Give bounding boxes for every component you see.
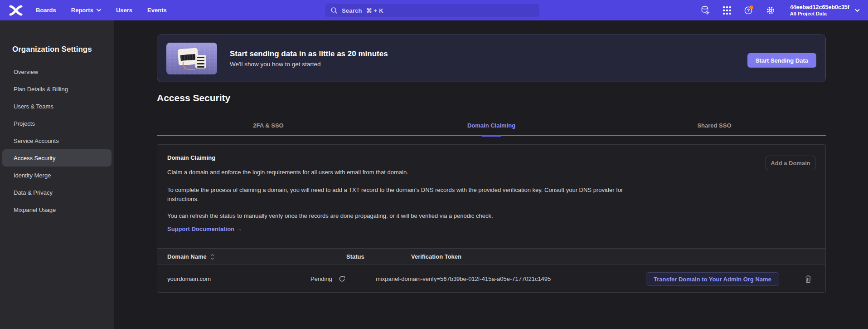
column-header-verification-token: Verification Token [411, 249, 461, 265]
domain-claiming-instructions: To complete the process of claiming a do… [167, 186, 656, 204]
refresh-status-icon[interactable] [339, 275, 345, 282]
account-project: All Project Data [790, 10, 849, 17]
help-icon[interactable]: ? [744, 5, 754, 15]
top-navigation: Boards Reports Users Events Search ⌘ + K [0, 0, 868, 20]
support-documentation-link[interactable]: Support Documentation → [167, 226, 242, 232]
sidebar-item-service-accounts[interactable]: Service Accounts [2, 132, 112, 149]
sidebar-item-access-security[interactable]: Access Security [2, 149, 112, 167]
column-header-domain-name[interactable]: Domain Name [167, 249, 214, 265]
data-management-icon[interactable] [700, 5, 710, 15]
domain-claiming-card: Domain Claiming Add a Domain Claim a dom… [157, 144, 826, 293]
nav-right-cluster: ? 44eebad12c65eb0c35f All Project Data [700, 0, 860, 20]
access-security-tabs: 2FA & SSO Domain Claiming Shared SSO [157, 117, 826, 136]
banner-title: Start sending data in as little as 20 mi… [230, 49, 388, 59]
sidebar-nav-list: Overview Plan Details & Billing Users & … [0, 63, 114, 218]
nav-item-label: Reports [71, 7, 93, 14]
page-title: Access Security [157, 93, 230, 103]
nav-menu: Boards Reports Users Events [36, 7, 182, 14]
search-icon [330, 7, 338, 14]
card-title: Domain Claiming [167, 154, 215, 161]
nav-item-reports[interactable]: Reports [71, 7, 101, 14]
tab-2fa-sso[interactable]: 2FA & SSO [157, 117, 380, 135]
banner-text: Start sending data in as little as 20 mi… [230, 49, 388, 68]
sidebar-title: Organization Settings [12, 45, 92, 54]
tab-label: 2FA & SSO [253, 122, 283, 129]
mixpanel-logo-icon[interactable] [8, 5, 24, 16]
verification-token-cell: mixpanel-domain-verify=567b39be-012f-415… [376, 265, 551, 293]
sidebar-item-users-teams[interactable]: Users & Teams [2, 98, 112, 115]
banner-subtitle: We'll show you how to get started [230, 61, 388, 68]
nav-item-boards[interactable]: Boards [36, 7, 56, 14]
tab-label: Shared SSO [697, 122, 731, 129]
domain-name-cell: yourdomain.com [167, 265, 211, 293]
domain-claiming-description: Claim a domain and enforce the login req… [167, 168, 408, 177]
column-header-status: Status [346, 249, 364, 265]
apps-grid-icon[interactable] [722, 5, 732, 15]
nav-item-label: Boards [36, 7, 56, 14]
banner-illustration [166, 43, 217, 74]
transfer-domain-button[interactable]: Transfer Domain to Your Admin Org Name [646, 272, 779, 286]
sidebar-item-overview[interactable]: Overview [2, 63, 112, 80]
settings-gear-icon[interactable] [766, 5, 776, 15]
search-placeholder: Search [342, 7, 362, 14]
delete-domain-icon[interactable] [805, 265, 812, 293]
chevron-down-icon [855, 9, 860, 12]
domains-table-header: Domain Name Status Verification Token [157, 248, 825, 265]
tab-domain-claiming[interactable]: Domain Claiming [380, 117, 603, 135]
domain-claiming-refresh-note: You can refresh the status to manually v… [167, 211, 493, 221]
account-id: 44eebad12c65eb0c35f [790, 4, 849, 10]
nav-item-label: Events [147, 7, 167, 14]
sidebar-item-mixpanel-usage[interactable]: Mixpanel Usage [2, 201, 112, 218]
sidebar-item-data-privacy[interactable]: Data & Privacy [2, 184, 112, 201]
tab-label: Domain Claiming [467, 122, 515, 129]
status-text: Pending [310, 275, 332, 282]
status-cell: Pending [310, 265, 345, 293]
nav-item-label: Users [116, 7, 132, 14]
nav-item-users[interactable]: Users [116, 7, 132, 14]
settings-sidebar: Organization Settings Overview Plan Deta… [0, 20, 114, 329]
search-input[interactable]: Search ⌘ + K [325, 4, 539, 17]
sidebar-item-identity-merge[interactable]: Identity Merge [2, 167, 112, 184]
table-row: yourdomain.com Pending mixpanel-domain-v… [157, 265, 825, 293]
sort-icon[interactable] [210, 254, 214, 260]
column-header-label: Status [346, 253, 364, 260]
active-tab-underline [481, 135, 501, 137]
start-sending-data-button[interactable]: Start Sending Data [747, 53, 816, 68]
column-header-label: Domain Name [167, 253, 207, 260]
chevron-down-icon [97, 9, 101, 12]
account-text: 44eebad12c65eb0c35f All Project Data [790, 4, 849, 17]
add-domain-button[interactable]: Add a Domain [766, 156, 815, 170]
column-header-label: Verification Token [411, 253, 461, 260]
account-switcher[interactable]: 44eebad12c65eb0c35f All Project Data [790, 4, 860, 17]
sidebar-item-projects[interactable]: Projects [2, 115, 112, 132]
nav-item-events[interactable]: Events [147, 7, 167, 14]
notification-badge [749, 5, 753, 9]
tab-shared-sso[interactable]: Shared SSO [603, 117, 826, 135]
onboarding-banner: Start sending data in as little as 20 mi… [157, 34, 826, 82]
svg-text:?: ? [747, 8, 750, 13]
sidebar-item-plan-details-billing[interactable]: Plan Details & Billing [2, 80, 112, 98]
search-shortcut: ⌘ + K [366, 7, 383, 14]
